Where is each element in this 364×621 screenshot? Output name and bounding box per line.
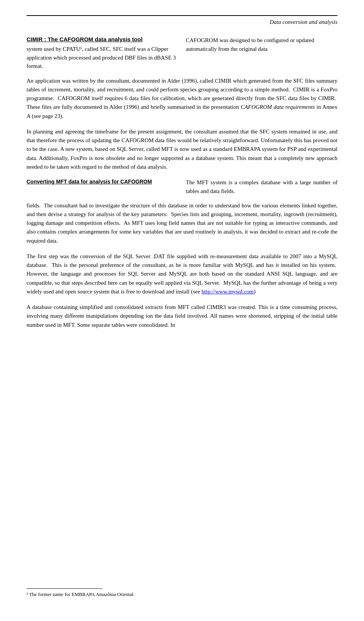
paragraph-planning: In planning and agreeing the timeframe f… — [27, 127, 337, 171]
converting-right-text: The MFT system is a complex database wit… — [186, 178, 337, 196]
intro-left-col: CIMIR : The CAFOGROM data analysis tool … — [27, 36, 178, 71]
converting-right-col: The MFT system is a complex database wit… — [186, 178, 337, 196]
paragraph-planning-text: In planning and agreeing the timeframe f… — [27, 129, 337, 170]
intro-left-text: system used by CPATU¹, called SFC. SFC i… — [27, 45, 178, 71]
header-title: Data conversion and analysis — [270, 19, 337, 25]
converting-left-col: Converting MFT data for analysis for CAF… — [27, 178, 178, 196]
italic-cafogrom-ref: CAFOGROM data requirements — [241, 104, 315, 110]
page: Data conversion and analysis CIMIR : The… — [0, 0, 364, 621]
header-rule — [27, 15, 337, 16]
converting-section: Converting MFT data for analysis for CAF… — [27, 178, 337, 196]
cimir-heading: CIMIR : The CAFOGROM data analysis tool — [27, 36, 178, 42]
intro-left-content: system used by CPATU¹, called SFC. SFC i… — [27, 46, 176, 69]
page-header: Data conversion and analysis — [27, 19, 337, 25]
paragraph-mft-details: fields. The consultant had to investigat… — [27, 201, 337, 245]
footnote-area: ¹ The former name for EMBRAPA Amazônia O… — [27, 588, 337, 598]
footnote-rule — [27, 588, 102, 589]
intro-right-text: CAFOGROM was designed to be configured o… — [186, 36, 337, 53]
converting-heading: Converting MFT data for analysis for CAF… — [27, 178, 178, 186]
paragraph-cimir-details: An application was written by the consul… — [27, 77, 337, 121]
mysql-link[interactable]: http://www.mysql.com — [202, 289, 254, 295]
intro-right-col: CAFOGROM was designed to be configured o… — [186, 36, 337, 71]
paragraph-cimir3: A database containing simplified and con… — [27, 303, 337, 329]
intro-section: CIMIR : The CAFOGROM data analysis tool … — [27, 36, 337, 71]
paragraph-cimir3-text: A database containing simplified and con… — [27, 304, 337, 328]
paragraph-sql-server: The first step was the conversion of the… — [27, 252, 337, 296]
footnote-text: ¹ The former name for EMBRAPA Amazônia O… — [27, 591, 337, 598]
